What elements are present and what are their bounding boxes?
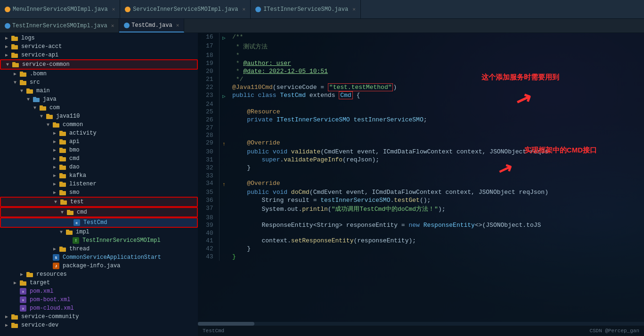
chevron-right-icon7: ▶: [51, 147, 58, 153]
bottom-file-label: TestCmd: [203, 328, 224, 334]
tab-close3[interactable]: ✕: [352, 6, 356, 12]
line-gutter: [219, 67, 228, 75]
tab-label3: ITestInnerServiceSMO.java: [263, 6, 348, 13]
scrollbar-thumb[interactable]: [198, 322, 254, 326]
tree-item-resources[interactable]: ▶ resources: [0, 270, 198, 279]
tree-item-src[interactable]: ▼ src: [0, 78, 198, 87]
tree-item-package-info[interactable]: J package-info.java: [0, 262, 198, 270]
tree-item-pom-boot[interactable]: x pom-boot.xml: [0, 296, 198, 304]
tree-item-test[interactable]: ▼ test: [0, 197, 198, 207]
tree-item-java[interactable]: ▼ java: [0, 95, 198, 104]
tree-label2: service-acct: [21, 43, 62, 50]
tree-label15: dao: [69, 164, 80, 170]
code-line-29: 29 ↑ @Override: [198, 139, 644, 148]
tree-item-testcmd[interactable]: c TestCmd: [0, 217, 198, 228]
tab-close4[interactable]: ✕: [111, 23, 114, 29]
tab-menu-inner[interactable]: MenuInnerServiceSMOImpl.java ✕: [0, 0, 120, 18]
line-code: */: [228, 75, 644, 83]
tree-item-common-start[interactable]: S CommonServiceApplicationStart: [0, 253, 198, 262]
tree-item-test-inner-impl[interactable]: I TestInnerServiceSMOImpl: [0, 236, 198, 245]
line-code: @Resource: [228, 108, 644, 116]
folder-icon-dao: [59, 165, 66, 170]
tree-item-service-common[interactable]: ▼ service-common: [0, 59, 198, 70]
tree-label21: impl: [76, 229, 90, 235]
tab-testcmd[interactable]: TestCmd.java ✕: [119, 19, 184, 32]
line-gutter: [219, 131, 228, 139]
line-code: System.out.println("成功调用TestCmd中的doCmd方法…: [228, 204, 644, 214]
line-number: 27: [198, 124, 219, 131]
tree-item-cmd[interactable]: ▶ cmd: [0, 154, 198, 163]
tab-service-inner[interactable]: ServiceInnerServiceSMOImpl.java ✕: [120, 0, 251, 18]
tree-item-target[interactable]: ▶ target: [0, 279, 198, 287]
code-line-31: 31 super.validatePageInfo(reqJson);: [198, 156, 644, 164]
line-gutter: [219, 59, 228, 67]
chevron-right-icon11: ▶: [51, 181, 58, 187]
tab-label4: TestInnerServiceSMOImpl.java: [12, 23, 107, 29]
line-code: [228, 229, 644, 237]
code-line-22: 22 @Java110Cmd(serviceCode = "test.testM…: [198, 83, 644, 91]
tree-label19: test: [70, 199, 84, 205]
line-number: 19: [198, 59, 219, 67]
tree-item-service-api[interactable]: ▶ service-api: [0, 51, 198, 59]
folder-icon-smo: [59, 190, 66, 195]
tree-item-common[interactable]: ▼ common: [0, 120, 198, 129]
tree-item-bmo[interactable]: ▶ bmo: [0, 146, 198, 154]
tab-itest-inner[interactable]: ITestInnerServiceSMO.java ✕: [251, 0, 361, 18]
tree-label12: api: [69, 138, 80, 145]
folder-icon-impl: [66, 230, 73, 235]
tab-close5[interactable]: ✕: [176, 22, 179, 28]
tree-item-kafka[interactable]: ▶ kafka: [0, 171, 198, 180]
code-line-37: 37 System.out.println("成功调用TestCmd中的doCm…: [198, 204, 644, 214]
folder-icon-test: [60, 200, 67, 205]
line-number: 23: [198, 91, 219, 100]
folder-icon-java: [33, 97, 40, 102]
tree-item-service-dev[interactable]: ▶ service-dev: [0, 321, 198, 329]
line-code: * @author: user: [228, 59, 644, 67]
tree-label28: pom.xml: [30, 288, 53, 295]
tree-item-bomn[interactable]: ▶ .bomn: [0, 70, 198, 78]
chevron-right-icon: ▶: [3, 35, 10, 41]
watermark: CSDN @Percep_gan: [589, 328, 639, 334]
chevron-right-icon5: ▶: [51, 130, 58, 136]
line-code: String result = testInnerServiceSMO.test…: [228, 196, 644, 204]
tab-close2[interactable]: ✕: [243, 6, 246, 12]
chevron-right-icon16: ▶: [3, 314, 10, 320]
tree-item-listener[interactable]: ▶ listener: [0, 180, 198, 188]
tree-item-smo[interactable]: ▶ smo: [0, 188, 198, 197]
tree-item-thread[interactable]: ▶ thread: [0, 245, 198, 253]
folder-icon-kafka: [59, 173, 66, 178]
java-file-icon-common: S: [53, 254, 59, 261]
tree-item-impl[interactable]: ▼ impl: [0, 228, 198, 236]
tree-item-dao[interactable]: ▶ dao: [0, 163, 198, 171]
code-line-40: 40: [198, 229, 644, 237]
tree-item-com[interactable]: ▼ com: [0, 104, 198, 112]
line-gutter: [219, 188, 228, 196]
tree-item-activity[interactable]: ▶ activity: [0, 129, 198, 137]
code-scroll-area[interactable]: 16 ▷ /** 17 * 测试方法 18 *: [198, 33, 644, 322]
tree-item-pom-cloud[interactable]: x pom-cloud.xml: [0, 304, 198, 312]
code-line-26: 26 private ITestInnerServiceSMO testInne…: [198, 116, 644, 124]
tab-label5: TestCmd.java: [131, 22, 172, 29]
chevron-down-icon5: ▼: [32, 105, 38, 111]
tree-item-cmd2[interactable]: ▼ cmd: [0, 207, 198, 217]
tree-item-logs[interactable]: ▶ logs: [0, 34, 198, 42]
chevron-right-icon4: ▶: [12, 71, 18, 77]
tab-test-inner-impl[interactable]: TestInnerServiceSMOImpl.java ✕: [0, 19, 119, 32]
java-file-icon-test-inner: I: [73, 237, 79, 244]
horizontal-scrollbar[interactable]: [198, 322, 644, 326]
tree-label18: smo: [69, 189, 80, 196]
chevron-down-icon4: ▼: [25, 97, 32, 102]
java-file-icon-package: J: [53, 263, 59, 269]
tab-close[interactable]: ✕: [112, 6, 115, 12]
chevron-right-icon14: ▶: [18, 272, 25, 277]
tree-item-service-acct[interactable]: ▶ service-acct: [0, 42, 198, 51]
tree-item-java110[interactable]: ▼ java110: [0, 112, 198, 120]
code-line-19: 19 * @author: user: [198, 59, 644, 67]
code-line-25: 25 @Resource: [198, 108, 644, 116]
line-number: 37: [198, 204, 219, 214]
tree-item-api[interactable]: ▶ api: [0, 137, 198, 146]
tree-item-pom[interactable]: x pom.xml: [0, 287, 198, 296]
line-number: 33: [198, 172, 219, 179]
tree-item-main[interactable]: ▼ main: [0, 87, 198, 95]
tree-item-service-community[interactable]: ▶ service-community: [0, 312, 198, 321]
